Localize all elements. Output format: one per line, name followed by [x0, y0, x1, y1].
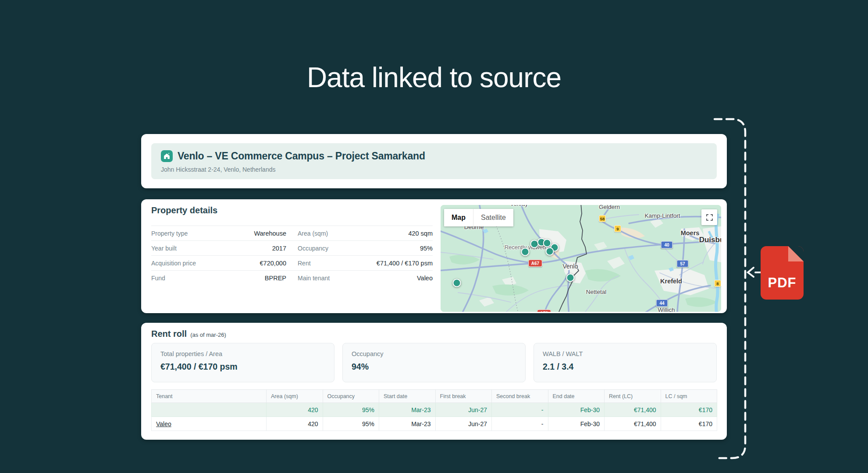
column-header: Occupancy	[323, 390, 379, 403]
table-cell: 420	[267, 417, 323, 431]
rent-roll-title: Rent roll	[151, 329, 187, 339]
property-map-marker[interactable]	[521, 248, 530, 256]
map-city-label: Krefeld	[660, 278, 682, 285]
property-title: Venlo – VE Commerce Campus – Project Sam…	[178, 150, 425, 162]
column-header: Rent (LC)	[605, 390, 661, 403]
table-cell: 95%	[323, 417, 379, 431]
stat-value: 2.1 / 3.4	[543, 362, 708, 372]
pdf-file-icon: PDF	[761, 246, 804, 300]
table-cell: Jun-27	[435, 417, 492, 431]
map-city-label: Duisburg	[699, 236, 721, 244]
column-header: End date	[548, 390, 605, 403]
property-map-marker[interactable]	[546, 247, 554, 256]
property-map-marker[interactable]	[543, 239, 551, 247]
property-field: Main tenantValeo	[298, 275, 433, 282]
table-cell: Feb-30	[548, 417, 605, 431]
map-city-label: Venlo	[562, 263, 578, 270]
fullscreen-button[interactable]	[701, 209, 717, 225]
property-details-row: Year built2017Occupancy95%	[151, 240, 433, 255]
stat-card: Total properties / Area€71,400 / €170 ps…	[151, 343, 334, 382]
stat-card: WALB / WALT2.1 / 3.4	[534, 343, 717, 382]
field-value: €71,400 / €170 psm	[377, 260, 433, 267]
property-map-marker[interactable]	[453, 279, 461, 287]
field-label: Property type	[151, 230, 188, 237]
property-field: FundBPREP	[151, 275, 286, 282]
column-header: Start date	[379, 390, 436, 403]
rent-roll-table: TenantArea (sqm)OccupancyStart dateFirst…	[151, 389, 717, 431]
tenant-link[interactable]: Valeo	[156, 420, 171, 427]
table-cell: Valeo	[152, 417, 267, 431]
page-title: Data linked to source	[0, 61, 868, 94]
property-map-marker[interactable]	[566, 274, 575, 282]
road-badge: 44	[656, 300, 668, 307]
field-value: 2017	[272, 245, 286, 252]
table-cell: €170	[661, 417, 717, 431]
table-cell: 95%	[323, 403, 379, 417]
property-details-card: Property details Property typeWarehouseA…	[141, 199, 727, 313]
field-value: 95%	[420, 245, 433, 252]
map-city-label: Moers	[681, 229, 700, 236]
property-field: Property typeWarehouse	[151, 230, 286, 237]
property-field: Area (sqm)420 sqm	[298, 230, 433, 237]
map-city-label: Nettetal	[586, 289, 607, 295]
table-cell: €71,400	[605, 417, 661, 431]
map-city-label: Venray	[510, 205, 528, 207]
map-city-label: Geldern	[599, 205, 620, 210]
field-label: Main tenant	[298, 275, 330, 282]
stat-card: Occupancy94%	[342, 343, 526, 382]
road-badge: A73	[537, 310, 551, 312]
field-label: Year built	[151, 245, 177, 252]
rent-roll-stats: Total properties / Area€71,400 / €170 ps…	[151, 343, 717, 382]
map-city-label: Kamp-Lintfort	[644, 212, 680, 219]
rent-roll-subtitle: (as of mar-26)	[190, 332, 226, 338]
column-header: LC / sqm	[661, 390, 717, 403]
column-header: Area (sqm)	[267, 390, 323, 403]
property-field: Occupancy95%	[298, 245, 433, 252]
map-view-button[interactable]: Map	[444, 209, 473, 226]
table-cell: -	[492, 417, 548, 431]
map-type-control: Map Satellite	[444, 209, 513, 226]
stat-label: Total properties / Area	[160, 350, 325, 357]
fullscreen-icon	[706, 214, 713, 221]
property-details-table: Property typeWarehouseArea (sqm)420 sqmY…	[151, 226, 433, 285]
property-header-band: Venlo – VE Commerce Campus – Project Sam…	[151, 143, 717, 179]
property-header-card: Venlo – VE Commerce Campus – Project Sam…	[141, 134, 727, 188]
road-badge: 58	[599, 215, 606, 222]
property-details-row: Property typeWarehouseArea (sqm)420 sqm	[151, 226, 433, 240]
property-field: Year built2017	[151, 245, 286, 252]
map[interactable]: VenrayDeurneGeldernKamp-LintfortMoersDui…	[441, 205, 721, 312]
field-value: BPREP	[265, 275, 286, 282]
table-row-highlighted: 42095%Mar-23Jun-27-Feb-30€71,400€170	[152, 403, 717, 417]
field-label: Rent	[298, 260, 311, 267]
table-cell: Mar-23	[379, 403, 436, 417]
column-header: First break	[435, 390, 492, 403]
building-icon	[161, 150, 173, 162]
road-badge: 40	[661, 241, 673, 249]
column-header: Tenant	[152, 390, 267, 403]
field-value: Warehouse	[254, 230, 286, 237]
table-cell: Feb-30	[548, 403, 605, 417]
stat-value: €71,400 / €170 psm	[160, 362, 325, 372]
column-header: Second break	[492, 390, 548, 403]
pdf-label: PDF	[768, 275, 797, 291]
rent-roll-card: Rent roll (as of mar-26) Total propertie…	[141, 323, 727, 440]
field-label: Fund	[151, 275, 165, 282]
stat-label: WALB / WALT	[543, 350, 708, 357]
property-address: John Hicksstraat 2-24, Venlo, Netherland…	[161, 166, 707, 173]
field-value: €720,000	[260, 260, 286, 267]
arrow-left-icon	[748, 268, 761, 277]
stat-label: Occupancy	[352, 350, 516, 357]
field-label: Area (sqm)	[298, 230, 328, 237]
property-field: Rent€71,400 / €170 psm	[298, 260, 433, 267]
road-badge: 9	[614, 225, 621, 232]
property-field: Acquisition price€720,000	[151, 260, 286, 267]
table-cell: €71,400	[605, 403, 661, 417]
road-badge: 57	[677, 260, 689, 268]
field-value: Valeo	[417, 275, 433, 282]
field-value: 420 sqm	[408, 230, 433, 237]
table-cell: Mar-23	[379, 417, 436, 431]
table-cell: -	[492, 403, 548, 417]
satellite-view-button[interactable]: Satellite	[473, 209, 513, 226]
road-badge: 8	[714, 280, 721, 287]
field-label: Acquisition price	[151, 260, 196, 267]
